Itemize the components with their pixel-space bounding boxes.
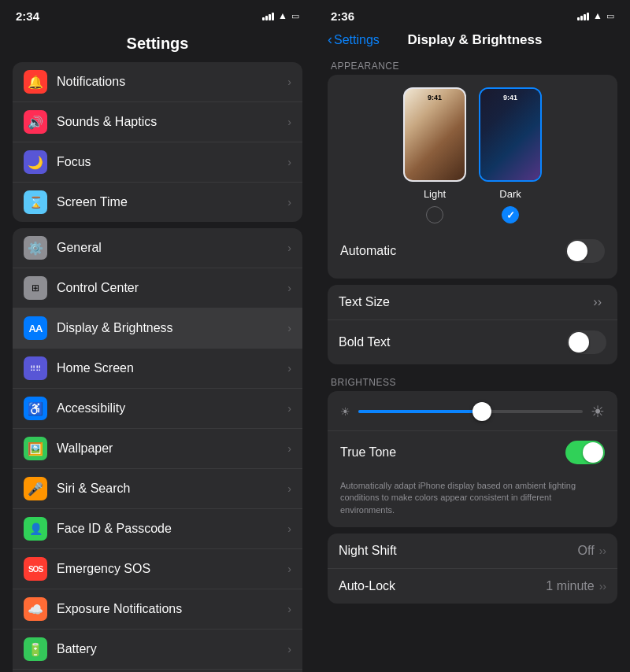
display-chevron	[287, 322, 291, 334]
brightness-low-icon: ☀	[340, 405, 350, 418]
bold-text-label: Bold Text	[339, 335, 567, 349]
home-screen-icon: ⠿⠿	[24, 356, 47, 380]
face-id-icon: 👤	[24, 517, 47, 541]
settings-row-battery[interactable]: 🔋 Battery	[13, 630, 302, 670]
true-tone-label: True Tone	[340, 445, 396, 460]
wallpaper-icon: 🖼️	[24, 437, 47, 460]
bold-text-toggle[interactable]	[567, 330, 606, 354]
automatic-row: Automatic	[340, 236, 605, 266]
light-screen: 9:41	[405, 89, 465, 180]
dark-radio[interactable]	[502, 206, 519, 223]
battery-icon-left: ▭	[291, 11, 299, 21]
brightness-section: ☀ ☀ True Tone Automatically adapt iPhone…	[328, 391, 617, 527]
night-shift-row[interactable]: Night Shift Off ›	[328, 534, 617, 569]
back-button[interactable]: ‹ Settings	[328, 31, 380, 48]
text-size-chevron: ›	[593, 295, 602, 309]
screen-time-icon: ⌛	[24, 190, 47, 214]
light-radio[interactable]	[426, 206, 443, 223]
back-chevron-icon: ‹	[328, 31, 332, 48]
settings-row-focus[interactable]: 🌙 Focus	[13, 142, 302, 183]
brightness-thumb[interactable]	[472, 402, 491, 421]
settings-row-siri[interactable]: 🎤 Siri & Search	[13, 469, 302, 509]
auto-lock-chevron: ›	[599, 580, 606, 593]
true-tone-toggle-knob	[583, 442, 603, 463]
text-size-label: Text Size	[339, 295, 593, 309]
brightness-section-label: BRIGHTNESS	[328, 371, 617, 391]
siri-label: Siri & Search	[57, 482, 287, 496]
settings-row-general[interactable]: ⚙️ General	[13, 228, 302, 268]
control-center-label: Control Center	[57, 281, 287, 295]
dark-label: Dark	[499, 188, 521, 200]
settings-row-exposure[interactable]: ☁️ Exposure Notifications	[13, 589, 302, 630]
notifications-icon: 🔔	[24, 70, 47, 94]
settings-row-screen-time[interactable]: ⌛ Screen Time	[13, 183, 302, 222]
settings-row-wallpaper[interactable]: 🖼️ Wallpaper	[13, 429, 302, 469]
status-bar-right: 2:36 ▲ ▭	[315, 0, 630, 28]
settings-row-emergency-sos[interactable]: SOS Emergency SOS	[13, 549, 302, 589]
display-icon: AA	[24, 316, 47, 340]
auto-lock-value: 1 minute	[546, 579, 594, 593]
settings-row-notifications[interactable]: 🔔 Notifications	[13, 62, 302, 102]
appearance-section-label: APPEARANCE	[328, 54, 617, 75]
auto-lock-row[interactable]: Auto-Lock 1 minute ›	[328, 569, 617, 604]
display-label: Display & Brightness	[57, 321, 287, 335]
dark-time-overlay: 9:41	[480, 94, 540, 102]
text-size-row[interactable]: Text Size ›	[328, 285, 617, 320]
true-tone-toggle[interactable]	[565, 441, 605, 464]
sounds-chevron	[287, 116, 291, 128]
night-shift-value: Off	[578, 544, 595, 558]
notifications-chevron	[287, 76, 291, 88]
status-bar-left: 2:34 ▲ ▭	[0, 0, 315, 28]
exposure-icon: ☁️	[24, 597, 47, 621]
focus-icon: 🌙	[24, 150, 47, 174]
emergency-sos-chevron	[287, 563, 291, 575]
settings-row-home-screen[interactable]: ⠿⠿ Home Screen	[13, 349, 302, 389]
night-shift-chevron: ›	[599, 545, 606, 557]
automatic-toggle[interactable]	[565, 239, 605, 263]
accessibility-icon: ♿	[24, 397, 47, 420]
right-content: APPEARANCE 9:41 Light	[315, 54, 630, 672]
settings-row-control-center[interactable]: ⊞ Control Center	[13, 268, 302, 308]
settings-row-accessibility[interactable]: ♿ Accessibility	[13, 389, 302, 429]
siri-icon: 🎤	[24, 477, 47, 500]
nav-title: Display & Brightness	[380, 32, 570, 48]
night-shift-group: Night Shift Off › Auto-Lock 1 minute ›	[328, 534, 617, 604]
appearance-options: 9:41 Light 9:41 Dark	[340, 87, 605, 223]
face-id-chevron	[287, 522, 291, 535]
time-left: 2:34	[16, 9, 39, 23]
status-icons-left: ▲ ▭	[262, 10, 299, 21]
dark-preview: 9:41	[479, 87, 542, 182]
face-id-label: Face ID & Passcode	[57, 522, 287, 536]
appearance-dark-option[interactable]: 9:41 Dark	[479, 87, 542, 223]
bold-text-row[interactable]: Bold Text	[328, 320, 617, 364]
status-icons-right: ▲ ▭	[577, 10, 614, 21]
focus-chevron	[287, 156, 291, 168]
nav-bar: ‹ Settings Display & Brightness	[315, 28, 630, 54]
wallpaper-chevron	[287, 442, 291, 455]
auto-lock-label: Auto-Lock	[339, 579, 546, 593]
brightness-high-icon: ☀	[591, 402, 605, 421]
bold-text-toggle-knob	[569, 332, 589, 353]
night-shift-label: Night Shift	[339, 544, 578, 558]
battery-icon-row: 🔋	[24, 637, 47, 661]
emergency-sos-label: Emergency SOS	[57, 562, 287, 576]
settings-row-display[interactable]: AA Display & Brightness	[13, 308, 302, 349]
appearance-light-option[interactable]: 9:41 Light	[403, 87, 466, 223]
wifi-icon-left: ▲	[278, 10, 287, 21]
left-panel: 2:34 ▲ ▭ Settings 🔔 Notifications 🔊 Soun…	[0, 0, 315, 672]
focus-label: Focus	[57, 155, 287, 169]
screen-time-chevron	[287, 196, 291, 209]
emergency-sos-icon: SOS	[24, 557, 47, 581]
brightness-fill	[358, 410, 482, 413]
brightness-slider[interactable]	[358, 410, 583, 413]
light-time-overlay: 9:41	[405, 94, 465, 102]
exposure-chevron	[287, 603, 291, 615]
sounds-icon: 🔊	[24, 110, 47, 134]
settings-row-face-id[interactable]: 👤 Face ID & Passcode	[13, 509, 302, 549]
accessibility-chevron	[287, 402, 291, 415]
accessibility-label: Accessibility	[57, 401, 287, 415]
home-screen-chevron	[287, 362, 291, 375]
settings-row-sounds[interactable]: 🔊 Sounds & Haptics	[13, 102, 302, 142]
right-panel: 2:36 ▲ ▭ ‹ Settings Display & Brightness…	[315, 0, 630, 672]
settings-title: Settings	[0, 28, 315, 62]
